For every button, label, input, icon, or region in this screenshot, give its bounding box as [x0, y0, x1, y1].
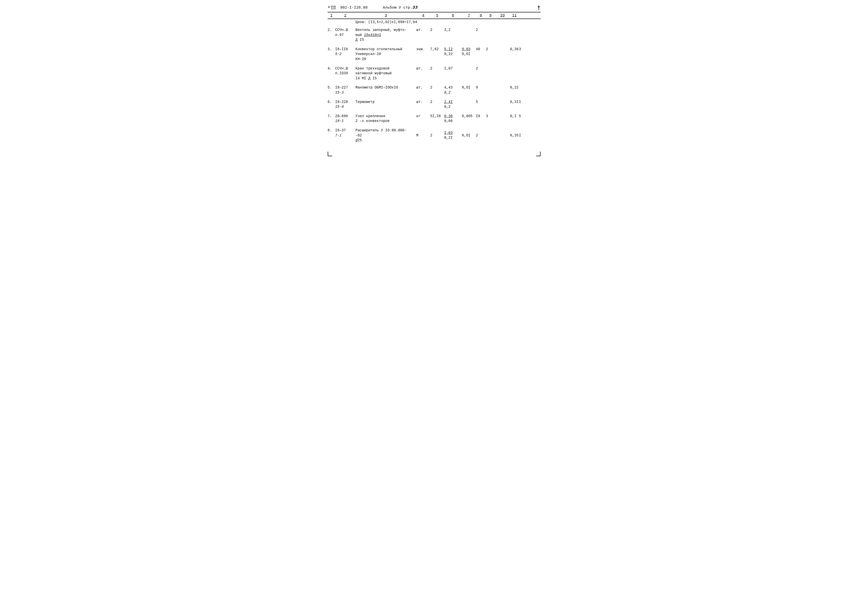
row-qty: 2 — [430, 85, 444, 90]
row-qty: 2 — [430, 28, 444, 33]
row-price: I,2 — [444, 28, 462, 33]
row-price: 0,36 0,06 — [444, 114, 462, 124]
col-header-3: 3 — [356, 14, 416, 18]
row-unit: шт. — [416, 66, 430, 71]
doc-number: 902-I-I28.88 — [340, 6, 368, 10]
row-col11: I — [519, 100, 528, 105]
row-desc: Термометр — [356, 100, 416, 105]
table-row: 8. I6–37 7-1 Расширитель У IO.08.000--02… — [328, 126, 541, 144]
row-col10: 0,22 — [510, 85, 519, 90]
row-col6: 0,005 — [462, 114, 476, 119]
row-ref: ССЧч.Ш п.97 — [335, 28, 356, 38]
page-container: + ТП 902-I-I28.88 Альбом У стр.33 † I 2 … — [328, 5, 541, 156]
row-qty: 2 — [430, 66, 444, 71]
row-unit: шт. — [416, 100, 430, 105]
row-num: 7. — [328, 114, 335, 119]
row-col8: 3 — [486, 114, 495, 119]
col-header-9: 9 — [486, 14, 495, 18]
row-col7: 2 — [476, 133, 486, 138]
table-row: 4. ССЧч.Ш п.IO39 Кран трехходовойнатяжно… — [328, 65, 541, 82]
row-col11: I — [519, 133, 528, 138]
table-row: 2. ССЧч.Ш п.97 Вентиль запорный, муфто-в… — [328, 26, 541, 44]
row-col7: 40 — [476, 47, 486, 52]
row-qty: 5I,I6 — [430, 114, 444, 119]
row-unit: кг — [416, 114, 430, 119]
row-col10: 0,I — [510, 114, 519, 119]
row-col7: 2 — [476, 66, 486, 71]
bottom-area — [328, 151, 541, 156]
col-header-2: 2 — [335, 14, 356, 18]
row-col6: 0,03 0,OI — [462, 47, 476, 57]
col-header-6: 6 — [444, 14, 462, 18]
row-ref: I8–228 15-4 — [335, 100, 356, 110]
row-unit: экм. — [416, 47, 430, 52]
col-header-4: 4 — [416, 14, 430, 18]
row-ref: I6–37 7-1 — [335, 128, 356, 138]
row-col7: I8 — [476, 114, 486, 119]
row-desc: Расширитель У IO.08.000--02d25 — [356, 128, 416, 143]
row-col7: 5 — [476, 100, 486, 105]
row-num: 8. — [328, 128, 335, 133]
table-row: 3. I8–II6 5-2 Конвектор отопительныйУнив… — [328, 45, 541, 63]
col-header-7: 7 — [462, 14, 476, 18]
header-left: + ТП 902-I-I28.88 Альбом У стр.33 — [328, 5, 417, 10]
row-desc: Вентиль запорный, муфто-вый 15к418п1Д I5 — [356, 28, 416, 43]
header-cross-right: † — [537, 5, 540, 11]
table-row: 5. I8–227 15-3 Манометр ОБМI–IOOхIO шт. … — [328, 84, 541, 96]
page-header: + ТП 902-I-I28.88 Альбом У стр.33 † — [328, 5, 541, 11]
album-label: Альбом У стр.33 — [383, 5, 417, 10]
column-headers: I 2 3 4 5 6 7 8 9 IO II — [328, 12, 541, 19]
col-header-10: IO — [495, 14, 510, 18]
row-price: I,03 0,2I — [444, 131, 462, 140]
row-unit: шт. — [416, 28, 430, 33]
row-desc: Кран трехходовойнатяжной муфтовыйI4 МI Д… — [356, 66, 416, 81]
row-qty: 2 — [430, 100, 444, 105]
row-qty: 2 — [430, 133, 444, 138]
row-desc: Конвектор отопительныйУниверсал-20КН-20 — [356, 47, 416, 62]
row-price: I,07 — [444, 66, 462, 71]
page-number: 33 — [413, 5, 417, 10]
price-note: Цена: (I3,5+2,02)хI,098=I7,04 — [328, 19, 541, 25]
tp-label: ТП — [331, 5, 336, 10]
row-unit: шт. — [416, 85, 430, 90]
row-ref: 20–696 18-1 — [335, 114, 356, 124]
row-col8: 2 — [486, 47, 495, 52]
bottom-left-mark — [328, 152, 332, 156]
row-num: 5. — [328, 85, 335, 90]
row-col10: 0,35 — [510, 133, 519, 138]
row-desc: Манометр ОБМI–IOOхIO — [356, 85, 416, 90]
row-col7: 2 — [476, 28, 486, 33]
row-price: 2,4I 0,2 — [444, 100, 462, 110]
row-num: 6. — [328, 100, 335, 105]
col-header-1: I — [328, 14, 335, 18]
row-col6: 0,OI — [462, 85, 476, 90]
row-ref: I8–II6 5-2 — [335, 47, 356, 57]
row-col11: 3 — [519, 47, 528, 52]
row-price: 5,I2 0,22 — [444, 47, 462, 57]
row-num: 2. — [328, 28, 335, 33]
row-desc: Узел крепления2 –х конвекторов — [356, 114, 416, 124]
plus-mark: + — [328, 5, 330, 10]
row-col10: 0,3I — [510, 100, 519, 105]
row-num: 3. — [328, 47, 335, 52]
row-col6: 0,OI — [462, 133, 476, 138]
row-col7: 9 — [476, 85, 486, 90]
col-header-5: 5 — [430, 14, 444, 18]
row-ref: I8–227 15-3 — [335, 85, 356, 95]
col-header-11: II — [510, 14, 519, 18]
col-header-8: 8 — [476, 14, 486, 18]
row-ref: ССЧч.Ш п.IO39 — [335, 66, 356, 76]
table-row: 7. 20–696 18-1 Узел крепления2 –х конвек… — [328, 112, 541, 125]
row-num: 4. — [328, 66, 335, 71]
row-col11: 5 — [519, 114, 528, 119]
row-col10: 0,38 — [510, 47, 519, 52]
row-qty: 7,82 — [430, 47, 444, 52]
table-row: 6. I8–228 15-4 Термометр шт. 2 2,4I 0,2 … — [328, 98, 541, 110]
row-price: 4,43 0,2 — [444, 85, 462, 95]
bottom-right-mark — [536, 152, 541, 156]
row-unit: М — [416, 133, 430, 138]
